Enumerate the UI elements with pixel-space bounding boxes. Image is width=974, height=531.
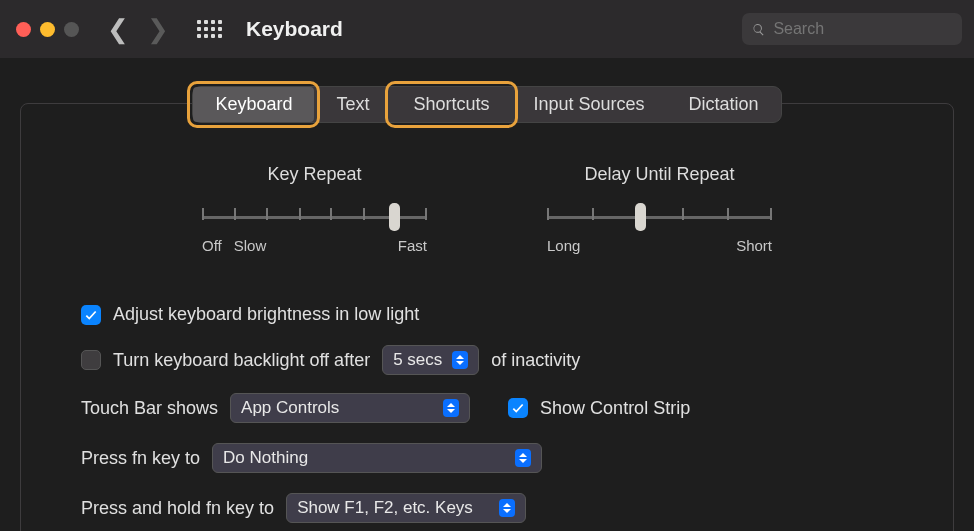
touch-bar-popup[interactable]: App Controls	[230, 393, 470, 423]
tab-input-sources[interactable]: Input Sources	[512, 87, 667, 122]
press-hold-fn-value: Show F1, F2, etc. Keys	[297, 498, 489, 518]
delay-repeat-label-short: Short	[736, 237, 772, 254]
options-group-2: Touch Bar shows App Controls Show Contro…	[61, 393, 913, 523]
backlight-timeout-value: 5 secs	[393, 350, 442, 370]
delay-repeat-slider[interactable]	[547, 203, 772, 231]
search-field[interactable]	[742, 13, 962, 45]
delay-repeat-thumb[interactable]	[635, 203, 646, 231]
tab-shortcuts[interactable]: Shortcuts	[391, 87, 511, 122]
delay-repeat-labels: Long Short	[547, 237, 772, 254]
turn-off-backlight-row: Turn keyboard backlight off after 5 secs…	[81, 345, 913, 375]
press-hold-fn-row: Press and hold fn key to Show F1, F2, et…	[81, 493, 913, 523]
delay-repeat-block: Delay Until Repeat Long Short	[547, 164, 772, 254]
search-icon	[752, 22, 765, 37]
tab-bar: Keyboard Text Shortcuts Input Sources Di…	[192, 86, 781, 123]
search-input[interactable]	[773, 20, 952, 38]
touch-bar-row: Touch Bar shows App Controls Show Contro…	[81, 393, 913, 423]
key-repeat-slider[interactable]	[202, 203, 427, 231]
minimize-window-button[interactable]	[40, 22, 55, 37]
window-title: Keyboard	[246, 17, 343, 41]
press-fn-label: Press fn key to	[81, 448, 200, 469]
turn-off-backlight-checkbox[interactable]	[81, 350, 101, 370]
options-group-1: Adjust keyboard brightness in low light …	[61, 304, 913, 375]
touch-bar-value: App Controls	[241, 398, 433, 418]
close-window-button[interactable]	[16, 22, 31, 37]
press-hold-fn-label: Press and hold fn key to	[81, 498, 274, 519]
forward-button[interactable]: ❯	[147, 16, 169, 42]
stepper-icon	[499, 499, 515, 517]
nav-arrows: ❮ ❯	[107, 16, 169, 42]
delay-repeat-label-long: Long	[547, 237, 580, 254]
press-fn-row: Press fn key to Do Nothing	[81, 443, 913, 473]
delay-repeat-title: Delay Until Repeat	[584, 164, 734, 185]
key-repeat-thumb[interactable]	[389, 203, 400, 231]
back-button[interactable]: ❮	[107, 16, 129, 42]
stepper-icon	[515, 449, 531, 467]
key-repeat-title: Key Repeat	[267, 164, 361, 185]
key-repeat-block: Key Repeat Off Slow	[202, 164, 427, 254]
check-icon	[511, 401, 525, 415]
turn-off-backlight-label-before: Turn keyboard backlight off after	[113, 350, 370, 371]
touch-bar-label: Touch Bar shows	[81, 398, 218, 419]
main: Keyboard Text Shortcuts Input Sources Di…	[0, 58, 974, 531]
adjust-brightness-checkbox[interactable]	[81, 305, 101, 325]
tab-text[interactable]: Text	[314, 87, 391, 122]
stepper-icon	[452, 351, 468, 369]
key-repeat-label-fast: Fast	[398, 237, 427, 254]
adjust-brightness-row: Adjust keyboard brightness in low light	[81, 304, 913, 325]
show-control-strip-checkbox[interactable]	[508, 398, 528, 418]
key-repeat-labels: Off Slow Fast	[202, 237, 427, 254]
check-icon	[84, 308, 98, 322]
stepper-icon	[443, 399, 459, 417]
turn-off-backlight-label-after: of inactivity	[491, 350, 580, 371]
backlight-timeout-popup[interactable]: 5 secs	[382, 345, 479, 375]
show-all-prefs-button[interactable]	[197, 20, 222, 38]
tab-keyboard[interactable]: Keyboard	[193, 87, 314, 122]
key-repeat-label-off: Off	[202, 237, 222, 254]
press-fn-value: Do Nothing	[223, 448, 505, 468]
keyboard-pane: Key Repeat Off Slow	[20, 103, 954, 531]
sliders-row: Key Repeat Off Slow	[61, 164, 913, 254]
show-control-strip-label: Show Control Strip	[540, 398, 690, 419]
key-repeat-label-slow: Slow	[234, 237, 267, 254]
window-controls	[16, 22, 79, 37]
titlebar: ❮ ❯ Keyboard	[0, 0, 974, 58]
zoom-window-button[interactable]	[64, 22, 79, 37]
tab-dictation[interactable]: Dictation	[667, 87, 781, 122]
adjust-brightness-label: Adjust keyboard brightness in low light	[113, 304, 419, 325]
press-fn-popup[interactable]: Do Nothing	[212, 443, 542, 473]
press-hold-fn-popup[interactable]: Show F1, F2, etc. Keys	[286, 493, 526, 523]
